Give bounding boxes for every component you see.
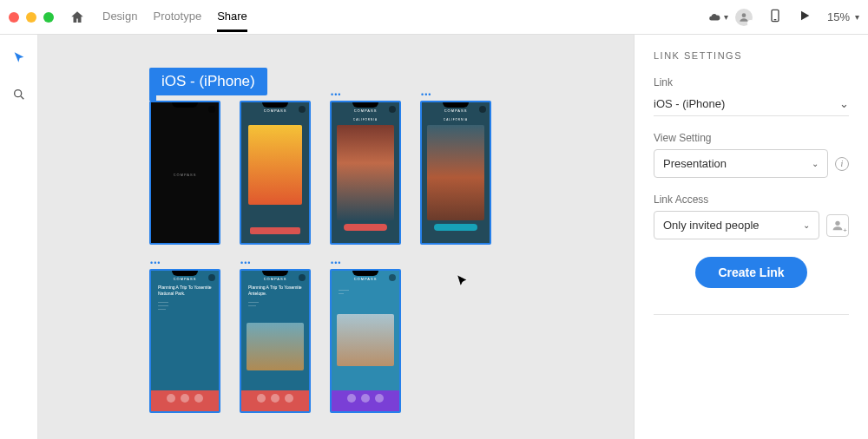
chevron-down-icon: ▾ [724,12,728,22]
svg-point-3 [14,90,21,97]
close-window-button[interactable] [9,12,19,23]
mobile-preview-icon[interactable] [768,8,782,26]
cursor-icon [455,273,472,293]
tab-prototype[interactable]: Prototype [153,3,201,32]
panel-title: LINK SETTINGS [654,50,849,61]
create-link-button[interactable]: Create Link [695,257,806,288]
artboard[interactable]: COMPASS [149,101,220,245]
artboard[interactable]: COMPASSPlanning A Trip To Yosemite Antel… [240,269,311,413]
minimize-window-button[interactable] [26,12,36,23]
link-access-select[interactable]: Only invited people ⌄ [654,211,819,239]
link-access-value: Only invited people [663,219,760,232]
link-field-label: Link [654,76,849,88]
search-icon[interactable] [11,87,27,102]
chevron-down-icon: ⌄ [803,220,810,230]
chevron-down-icon: ⌄ [839,97,849,110]
zoom-select[interactable]: 15% ▾ [827,10,859,23]
chevron-down-icon: ⌄ [812,159,819,168]
link-dropdown[interactable]: iOS - (iPhone) ⌄ [654,94,849,116]
artboard[interactable]: COMPASS—————— [330,269,401,413]
tab-design[interactable]: Design [102,3,137,32]
link-access-label: Link Access [654,193,849,206]
window-controls [9,12,54,23]
svg-point-5 [835,220,839,225]
cloud-sync-menu[interactable]: ▾ [707,11,728,23]
view-setting-value: Presentation [663,157,727,170]
link-settings-panel: LINK SETTINGS Link iOS - (iPhone) ⌄ View… [634,35,868,439]
home-icon[interactable] [69,10,85,25]
chevron-down-icon: ▾ [855,12,859,22]
left-toolbar [0,35,38,439]
maximize-window-button[interactable] [43,12,54,23]
artboard[interactable]: COMPASSCALIFORNIA [330,101,401,245]
info-icon[interactable]: i [835,157,849,171]
tab-share[interactable]: Share [217,3,247,32]
select-tool-icon[interactable] [11,50,27,66]
svg-point-0 [742,13,746,17]
app-titlebar: Design Prototype Share ▾ 15% ▾ [0,0,868,35]
svg-line-4 [21,96,23,99]
artboard-brand: COMPASS [151,173,219,177]
canvas-area[interactable]: iOS - (iPhone) COMPASS COMPASS COMPASSCA… [38,35,634,439]
play-icon[interactable] [798,9,812,25]
view-setting-label: View Setting [654,132,849,144]
view-setting-select[interactable]: Presentation ⌄ [654,149,828,178]
invite-user-button[interactable] [735,9,753,26]
link-value: iOS - (iPhone) [654,97,725,110]
zoom-value: 15% [827,10,850,23]
mode-tabs: Design Prototype Share [102,3,247,32]
artboard[interactable]: COMPASS [240,101,311,245]
divider [654,314,849,315]
artboard[interactable]: COMPASSCALIFORNIA [420,101,491,245]
add-user-button[interactable]: + [826,214,849,237]
artboard[interactable]: COMPASSPlanning A Trip To Yosemite Natio… [149,269,220,413]
